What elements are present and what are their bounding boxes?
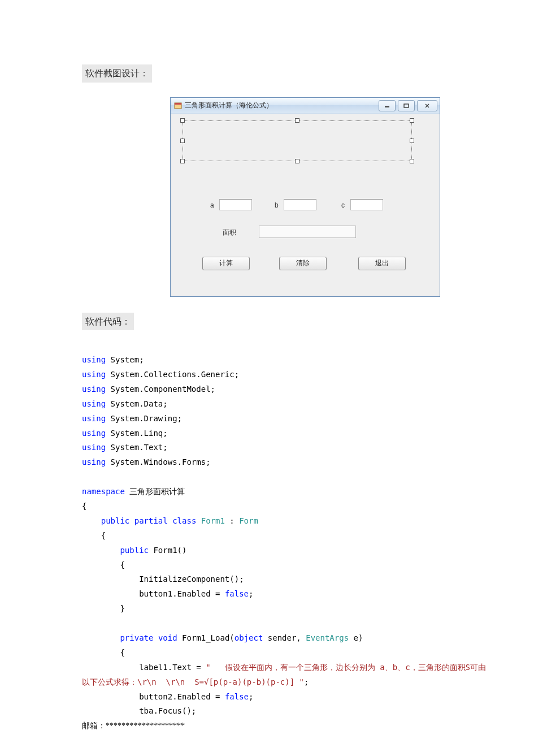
kw-using: using [82,399,106,408]
resize-handle[interactable] [410,139,414,143]
kw-using: using [82,429,106,438]
window-title: 三角形面积计算（海伦公式） [185,100,379,111]
clear-button[interactable]: 清除 [279,257,327,270]
string-literal: 以下公式求得：\r\n \r\n S=√[p(p-a)(p-b)(p-c)] " [82,677,304,686]
winforms-designer-window: 三角形面积计算（海伦公式） [170,97,440,297]
footer-label: 邮箱： [82,722,106,730]
calc-button[interactable]: 计算 [202,257,250,270]
resize-handle[interactable] [410,159,414,163]
kw-using: using [82,385,106,394]
clear-button-label: 清除 [296,258,310,269]
kw-object: object [235,633,263,642]
svg-rect-3 [404,104,409,107]
code-text: sender, [263,633,306,642]
heading-screenshot-design: 软件截图设计： [82,64,152,83]
type-form: Form [239,516,258,525]
form-icon [174,102,182,110]
footer-masked: ******************** [106,722,185,730]
kw-public: public [120,546,149,555]
brace: { [82,502,86,511]
code-text: Form1_Load( [177,633,235,642]
textbox-area[interactable] [259,226,356,238]
label-area: 面积 [223,227,236,238]
code-text: System.Data; [106,399,168,408]
resize-handle[interactable] [180,159,185,163]
code-text: ; [249,589,253,598]
code-text: : [225,516,239,525]
code-text: System.Linq; [106,429,168,438]
designer-selection-label1[interactable] [182,120,413,162]
kw-false: false [225,589,249,598]
code-text: button1.Enabled = [82,589,225,598]
code-text: System; [106,355,144,364]
textbox-a[interactable] [219,199,252,210]
form-client-area: a b c 面积 计算 清除 退出 [171,114,440,296]
resize-handle[interactable] [295,118,299,123]
kw-namespace: namespace [82,487,125,496]
kw-private: private [120,633,153,642]
close-button[interactable] [417,100,437,111]
textbox-b[interactable] [284,199,316,210]
code-text: InitializeComponent(); [82,574,244,584]
resize-handle[interactable] [180,118,185,123]
minimize-button[interactable] [379,100,396,111]
kw-using: using [82,370,106,379]
code-text: button2.Enabled = [82,692,225,701]
footer-email: 邮箱：******************** [82,720,452,732]
code-text: tba.Focus(); [82,706,196,715]
maximize-button[interactable] [398,100,415,111]
code-text: label1.Text = [82,663,206,672]
calc-button-label: 计算 [219,258,233,269]
kw-using: using [82,355,106,364]
resize-handle[interactable] [180,139,185,143]
kw-using: using [82,414,106,423]
exit-button[interactable]: 退出 [358,257,406,270]
type-form1: Form1 [196,516,225,525]
code-text: System.Windows.Forms; [106,457,210,466]
code-text: Form1() [149,546,186,555]
heading-code: 软件代码： [82,313,134,331]
resize-handle[interactable] [410,118,414,123]
type-eventargs: EventArgs [306,633,349,642]
kw-false: false [225,692,249,701]
kw-partial: partial [129,516,167,525]
exit-button-label: 退出 [375,258,389,269]
code-text: System.Collections.Generic; [106,370,239,379]
svg-rect-1 [175,103,181,105]
resize-handle[interactable] [295,159,299,163]
code-text: System.ComponentModel; [106,385,215,394]
code-text: ; [249,692,253,701]
string-literal: " 假设在平面内，有一个三角形，边长分别为 a、b、c，三角形的面积S可由 [206,663,486,672]
code-block: using System; using System.Collections.G… [82,338,452,719]
label-a: a [210,200,214,211]
code-text: ; [304,677,309,686]
kw-class: class [168,516,197,525]
kw-using: using [82,457,106,466]
textbox-c[interactable] [350,199,383,210]
code-text: e) [349,633,363,642]
code-text: System.Drawing; [106,414,182,423]
label-b: b [275,200,279,211]
code-text: System.Text; [106,443,168,452]
kw-void: void [153,633,177,642]
kw-using: using [82,443,106,452]
label-c: c [341,200,345,211]
code-text: 三角形面积计算 [125,487,185,496]
title-bar: 三角形面积计算（海伦公式） [171,98,440,114]
kw-public: public [101,516,130,525]
svg-rect-2 [385,106,389,107]
